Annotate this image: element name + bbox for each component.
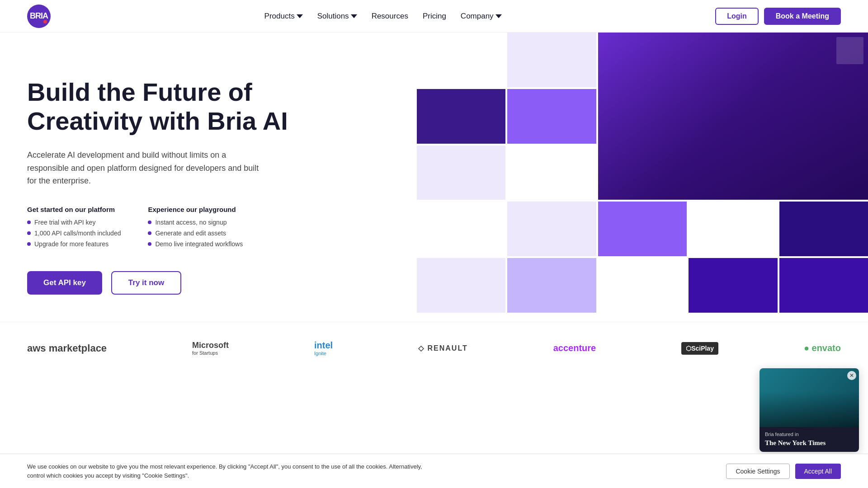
get-api-key-button[interactable]: Get API key — [27, 271, 102, 295]
logos-strip: aws marketplace Microsoftfor Startups in… — [0, 322, 868, 374]
mosaic-cell — [507, 89, 596, 144]
nav-company[interactable]: Company — [461, 12, 502, 21]
login-button[interactable]: Login — [715, 8, 759, 25]
bullet-icon — [27, 231, 31, 235]
mosaic-cell — [689, 258, 777, 313]
logo-accenture: accenture — [553, 343, 596, 353]
nav-products[interactable]: Products — [264, 12, 303, 21]
feature-col-2: Experience our playground Instant access… — [148, 206, 243, 251]
logo-microsoft: Microsoftfor Startups — [192, 341, 229, 356]
nav-actions: Login Book a Meeting — [715, 8, 841, 25]
hero-section: Build the Future of Creativity with Bria… — [0, 33, 868, 322]
nyt-featured-card: ✕ Bria featured in The New York Times — [760, 368, 859, 375]
bullet-icon — [148, 242, 151, 246]
hero-description: Accelerate AI development and build with… — [27, 149, 262, 188]
try-it-now-button[interactable]: Try it now — [111, 271, 181, 295]
feature-col-1-heading: Get started on our platform — [27, 206, 121, 213]
logo[interactable]: BRIA — [27, 5, 51, 28]
mosaic-cell — [507, 33, 596, 87]
mosaic-cell — [507, 258, 596, 313]
bullet-icon — [148, 221, 151, 224]
list-item: Demo live integrated workflows — [148, 240, 243, 248]
bullet-icon — [148, 231, 151, 235]
mosaic-cell — [779, 258, 868, 313]
logo-renault: ◇ RENAULT — [418, 344, 468, 352]
feature-col-2-heading: Experience our playground — [148, 206, 243, 213]
feature-col-1-list: Free trial with API key 1,000 API calls/… — [27, 219, 121, 248]
mosaic-cell — [598, 202, 687, 256]
feature-col-1: Get started on our platform Free trial w… — [27, 206, 121, 251]
nav-links: Products Solutions Resources Pricing Com… — [264, 12, 502, 21]
nyt-card-image: ✕ — [760, 368, 859, 375]
list-item: 1,000 API calls/month included — [27, 230, 121, 237]
book-meeting-button[interactable]: Book a Meeting — [764, 8, 841, 25]
logo-dot — [43, 20, 47, 23]
mosaic-cell — [689, 202, 777, 256]
list-item: Generate and edit assets — [148, 230, 243, 237]
mosaic-cell — [507, 145, 596, 200]
nav-solutions[interactable]: Solutions — [317, 12, 357, 21]
nyt-image-overlay — [760, 368, 859, 375]
mosaic-cell — [417, 202, 505, 256]
list-item: Instant access, no signup — [148, 219, 243, 226]
hero-title: Build the Future of Creativity with Bria… — [27, 78, 316, 136]
logo-icon: BRIA — [27, 5, 51, 28]
mosaic-photo — [598, 33, 868, 200]
cta-row: Get API key Try it now — [27, 271, 316, 295]
feature-col-2-list: Instant access, no signup Generate and e… — [148, 219, 243, 248]
mosaic-cell — [417, 33, 505, 87]
bullet-icon — [27, 242, 31, 246]
mosaic-cell — [779, 202, 868, 256]
logo-sciplay: ⬡SciPlay — [681, 342, 718, 355]
mosaic-cell — [417, 89, 505, 144]
mosaic-cell — [417, 258, 505, 313]
logo-aws: aws marketplace — [27, 343, 107, 354]
nav-pricing[interactable]: Pricing — [423, 12, 446, 21]
list-item: Free trial with API key — [27, 219, 121, 226]
mosaic-cell — [417, 145, 505, 200]
logo-intel: intelIgnite — [314, 340, 333, 356]
logo-envato: ● envato — [804, 343, 841, 353]
features-row: Get started on our platform Free trial w… — [27, 206, 316, 251]
nav-resources[interactable]: Resources — [372, 12, 408, 21]
bullet-icon — [27, 221, 31, 224]
mosaic-cell — [598, 258, 687, 313]
navbar: BRIA Products Solutions Resources Pricin… — [0, 0, 868, 33]
hero-content: Build the Future of Creativity with Bria… — [27, 69, 316, 295]
hero-mosaic — [417, 33, 868, 313]
list-item: Upgrade for more features — [27, 240, 121, 248]
mosaic-cell — [507, 202, 596, 256]
